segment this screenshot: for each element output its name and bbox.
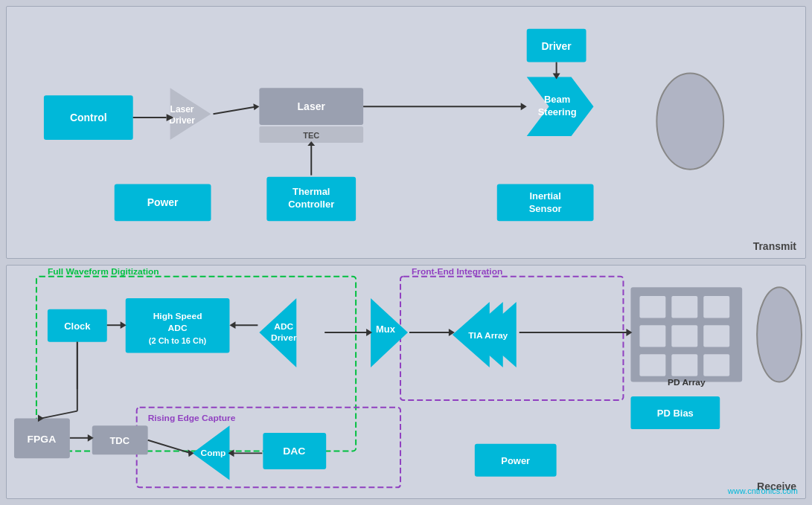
svg-text:Full Waveform Digitization: Full Waveform Digitization — [48, 266, 159, 277]
svg-text:ADC: ADC — [274, 321, 293, 332]
svg-rect-74 — [671, 354, 697, 376]
svg-text:Controller: Controller — [288, 199, 334, 210]
watermark: www.cntronics.com — [728, 486, 798, 495]
receive-diagram: Full Waveform Digitization Front-End Int… — [7, 266, 805, 498]
svg-text:Laser: Laser — [298, 100, 326, 112]
svg-text:Clock: Clock — [64, 321, 91, 332]
svg-rect-70 — [639, 325, 665, 347]
svg-text:Front-End Integration: Front-End Integration — [412, 266, 502, 277]
svg-rect-71 — [671, 325, 697, 347]
svg-marker-79 — [121, 321, 127, 329]
svg-text:Inertial: Inertial — [529, 190, 561, 202]
svg-rect-73 — [639, 354, 665, 376]
svg-text:Comp: Comp — [201, 448, 226, 458]
svg-text:(2 Ch to 16 Ch): (2 Ch to 16 Ch) — [149, 336, 207, 345]
svg-text:TDC: TDC — [109, 435, 130, 446]
svg-rect-75 — [703, 354, 729, 376]
svg-text:Driver: Driver — [169, 115, 195, 126]
svg-text:Power: Power — [501, 455, 530, 466]
svg-rect-69 — [703, 296, 729, 318]
svg-rect-67 — [639, 296, 665, 318]
svg-text:ADC: ADC — [168, 323, 188, 333]
main-container: Control Laser TEC Thermal Controller Pow… — [0, 0, 812, 505]
svg-marker-26 — [253, 103, 259, 110]
svg-line-89 — [42, 411, 77, 419]
svg-text:Rising Edge Capture: Rising Edge Capture — [148, 413, 236, 423]
svg-text:DAC: DAC — [283, 445, 305, 457]
svg-rect-72 — [703, 325, 729, 347]
svg-text:Thermal: Thermal — [292, 187, 330, 198]
svg-point-19 — [656, 73, 723, 169]
svg-text:Sensor: Sensor — [529, 203, 562, 214]
receive-section: Full Waveform Digitization Front-End Int… — [6, 265, 806, 499]
svg-text:TIA Array: TIA Array — [468, 330, 508, 341]
svg-text:Power: Power — [147, 196, 179, 208]
svg-text:PD Array: PD Array — [668, 378, 706, 388]
transmit-diagram: Control Laser TEC Thermal Controller Pow… — [7, 7, 805, 258]
svg-text:PD Bias: PD Bias — [657, 408, 694, 419]
svg-text:Driver: Driver — [271, 332, 297, 343]
svg-text:Laser: Laser — [170, 104, 194, 115]
svg-text:High Speed: High Speed — [153, 311, 202, 321]
svg-marker-28 — [521, 103, 527, 110]
svg-text:Mux: Mux — [376, 324, 396, 335]
svg-text:TEC: TEC — [303, 131, 319, 140]
svg-marker-81 — [229, 321, 235, 329]
svg-text:Driver: Driver — [541, 40, 572, 52]
svg-text:Beam: Beam — [544, 94, 570, 105]
svg-line-25 — [213, 106, 257, 114]
svg-point-77 — [757, 287, 802, 382]
transmit-section: Control Laser TEC Thermal Controller Pow… — [6, 6, 806, 259]
svg-text:FPGA: FPGA — [28, 433, 57, 445]
transmit-label: Transmit — [753, 240, 796, 252]
svg-rect-68 — [671, 296, 697, 318]
svg-text:Control: Control — [70, 112, 107, 123]
svg-text:Steering: Steering — [538, 106, 577, 118]
